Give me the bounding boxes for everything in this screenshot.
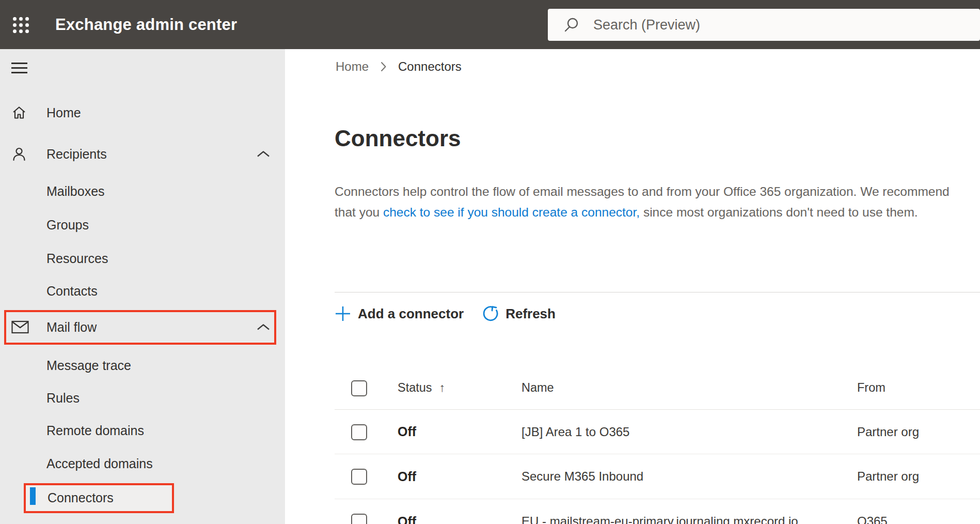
cell-from: Partner org bbox=[857, 410, 919, 454]
cell-status: Off bbox=[398, 410, 416, 454]
sidebar-item-recipients[interactable]: Recipients bbox=[0, 137, 285, 171]
app-title: Exchange admin center bbox=[55, 0, 237, 49]
page-title: Connectors bbox=[335, 125, 461, 152]
table-header-row: Status↑ Name From bbox=[335, 372, 980, 404]
waffle-grid bbox=[13, 17, 29, 33]
cell-status: Off bbox=[398, 499, 416, 524]
row-checkbox[interactable] bbox=[351, 514, 367, 524]
row-checkbox[interactable] bbox=[351, 424, 367, 440]
sidebar-item-remote-domains[interactable]: Remote domains bbox=[0, 414, 285, 447]
main-content: Home Connectors Connectors Connectors he… bbox=[285, 49, 980, 524]
search-input[interactable] bbox=[593, 17, 980, 33]
table-row[interactable]: Off EU - mailstream-eu-primary.journalin… bbox=[335, 499, 980, 524]
home-icon bbox=[11, 105, 27, 120]
top-app-bar: Exchange admin center bbox=[0, 0, 980, 49]
row-checkbox[interactable] bbox=[351, 469, 367, 485]
cell-from: Partner org bbox=[857, 454, 919, 499]
sidebar-item-accepted-domains[interactable]: Accepted domains bbox=[0, 447, 285, 480]
app-launcher-waffle-icon[interactable] bbox=[8, 12, 34, 38]
sidebar-item-contacts[interactable]: Contacts bbox=[0, 274, 285, 307]
chevron-up-icon[interactable] bbox=[256, 323, 271, 331]
breadcrumb-home-link[interactable]: Home bbox=[336, 59, 369, 74]
hamburger-menu-icon[interactable] bbox=[7, 55, 32, 80]
sidebar-item-home[interactable]: Home bbox=[0, 96, 285, 129]
description-text-after: since most organizations don't need to u… bbox=[640, 205, 918, 219]
left-navigation: Home Recipients Mailboxes Groups Resourc… bbox=[0, 49, 285, 524]
create-connector-check-link[interactable]: check to see if you should create a conn… bbox=[383, 205, 640, 219]
toolbar-top-divider bbox=[335, 292, 980, 292]
breadcrumb: Home Connectors bbox=[336, 58, 462, 75]
sidebar-item-connectors[interactable]: Connectors bbox=[0, 481, 285, 514]
column-header-name[interactable]: Name bbox=[521, 372, 554, 404]
select-all-checkbox[interactable] bbox=[351, 380, 367, 396]
column-header-status[interactable]: Status↑ bbox=[398, 372, 445, 404]
plus-icon bbox=[335, 305, 351, 322]
global-search-box[interactable] bbox=[548, 9, 980, 41]
sort-ascending-icon: ↑ bbox=[439, 381, 446, 394]
chevron-up-icon[interactable] bbox=[256, 150, 271, 158]
cell-name[interactable]: EU - mailstream-eu-primary.journaling.mx… bbox=[521, 499, 798, 524]
sidebar-item-mailboxes[interactable]: Mailboxes bbox=[0, 175, 285, 208]
command-bar: Add a connector Refresh bbox=[335, 303, 556, 324]
person-icon bbox=[11, 146, 27, 162]
sidebar-item-mail-flow[interactable]: Mail flow bbox=[0, 311, 285, 344]
page-description: Connectors help control the flow of emai… bbox=[335, 181, 971, 223]
refresh-button[interactable]: Refresh bbox=[481, 305, 556, 322]
cell-status: Off bbox=[398, 454, 416, 499]
column-header-from[interactable]: From bbox=[857, 372, 886, 404]
mail-icon bbox=[11, 320, 29, 334]
sidebar-item-resources[interactable]: Resources bbox=[0, 242, 285, 275]
chevron-right-icon bbox=[380, 61, 387, 72]
refresh-icon bbox=[481, 305, 499, 322]
breadcrumb-current: Connectors bbox=[398, 59, 462, 74]
sidebar-item-groups[interactable]: Groups bbox=[0, 208, 285, 241]
search-icon bbox=[563, 17, 580, 33]
table-row[interactable]: Off [JB] Area 1 to O365 Partner org bbox=[335, 410, 980, 454]
cell-name[interactable]: Secure M365 Inbound bbox=[521, 454, 643, 499]
add-connector-button[interactable]: Add a connector bbox=[335, 305, 464, 322]
cell-from: O365 bbox=[857, 499, 888, 524]
sidebar-item-rules[interactable]: Rules bbox=[0, 381, 285, 414]
table-row[interactable]: Off Secure M365 Inbound Partner org bbox=[335, 454, 980, 499]
sidebar-item-message-trace[interactable]: Message trace bbox=[0, 349, 285, 382]
cell-name[interactable]: [JB] Area 1 to O365 bbox=[521, 410, 629, 454]
